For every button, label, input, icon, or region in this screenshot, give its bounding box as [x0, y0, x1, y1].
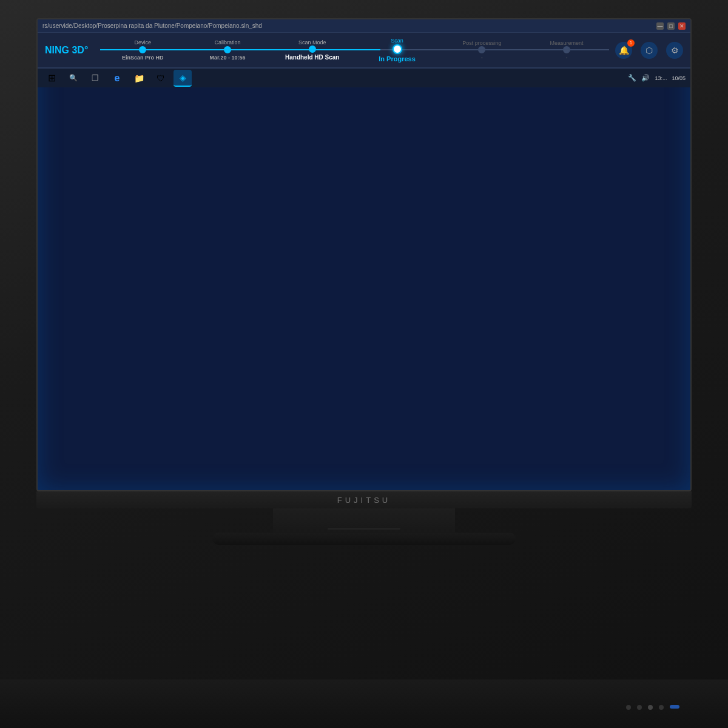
- nav-step-scan-mode[interactable]: Scan Mode Handheld HD Scan: [270, 39, 355, 61]
- nav-step-measurement-dot: [563, 46, 570, 53]
- nav-step-measurement-sublabel: -: [566, 55, 568, 60]
- nav-steps: Device EinScan Pro HD Calibration Mar.20…: [100, 38, 609, 62]
- nav-step-scan-label: Scan: [391, 38, 403, 44]
- taskbar-shield[interactable]: 🛡: [152, 70, 170, 87]
- led-4: [659, 705, 664, 710]
- taskbar-search[interactable]: 🔍: [64, 70, 83, 87]
- monitor-stand-base: [212, 533, 516, 545]
- nav-step-scanmode-label: Scan Mode: [298, 39, 326, 46]
- nav-step-calibration[interactable]: Calibration Mar.20 - 10:56: [185, 39, 270, 61]
- nav-step-calibration-label: Calibration: [214, 39, 240, 46]
- maximize-button[interactable]: □: [667, 22, 675, 30]
- nav-step-postprocessing-label: Post processing: [462, 40, 501, 47]
- table-surface: [0, 679, 728, 728]
- led-3: [648, 705, 653, 710]
- nav-step-scan[interactable]: Scan In Progress: [355, 38, 440, 62]
- screen: rs/uservide/Desktop/Proserpina rapita da…: [36, 18, 692, 491]
- nav-step-measurement[interactable]: Measurement -: [524, 40, 609, 61]
- nav-step-scan-dot: [393, 44, 402, 54]
- nav-step-measurement-label: Measurement: [550, 40, 584, 47]
- nav-step-device-dot: [139, 46, 146, 53]
- nav-step-scanmode-sublabel: Handheld HD Scan: [285, 54, 339, 61]
- tray-volume-icon: 🔊: [641, 74, 650, 82]
- monitor-stand-neck: [273, 508, 455, 533]
- nav-step-post-processing[interactable]: Post processing -: [439, 40, 524, 61]
- title-bar: rs/uservide/Desktop/Proserpina rapita da…: [38, 19, 690, 33]
- led-power: [670, 705, 679, 709]
- notification-badge: 1: [627, 39, 635, 47]
- taskbar-explorer[interactable]: 📁: [130, 70, 148, 87]
- taskbar-edge[interactable]: e: [108, 70, 126, 87]
- settings-icon[interactable]: ⚙: [666, 42, 683, 59]
- nav-step-device-sublabel: EinScan Pro HD: [122, 55, 164, 61]
- title-bar-path: rs/uservide/Desktop/Proserpina rapita da…: [42, 22, 656, 29]
- led-1: [626, 705, 631, 710]
- taskbar: ⊞ 🔍 ❐ e 📁 🛡 ◈ 🔧 🔊 13:... 10/05: [38, 68, 690, 87]
- header-icons: 🔔 1 ⬡ ⚙: [615, 42, 683, 59]
- nav-step-device[interactable]: Device EinScan Pro HD: [100, 39, 185, 61]
- taskbar-taskview[interactable]: ❐: [86, 70, 104, 87]
- nav-step-scan-sublabel: In Progress: [379, 55, 416, 62]
- app-logo: NING 3D°: [45, 45, 88, 56]
- nav-step-calibration-dot: [224, 46, 231, 53]
- nav-step-postprocessing-sublabel: -: [481, 55, 483, 60]
- monitor-frame: rs/uservide/Desktop/Proserpina rapita da…: [0, 0, 728, 728]
- monitor-stand-line: [328, 528, 400, 530]
- taskbar-scanner-app[interactable]: ◈: [174, 70, 192, 87]
- monitor-leds: [626, 705, 679, 710]
- nav-step-postprocessing-dot: [478, 46, 485, 53]
- tray-time: 13:...: [655, 75, 667, 81]
- nav-step-calibration-sublabel: Mar.20 - 10:56: [209, 55, 245, 61]
- notification-icon[interactable]: 🔔 1: [615, 42, 632, 59]
- app-header: NING 3D° Device EinScan Pro HD Calibrati…: [38, 33, 690, 68]
- tray-network-icon: 🔧: [628, 74, 636, 82]
- fujitsu-logo: FUJITSU: [337, 496, 391, 505]
- title-bar-controls: — □ ✕: [656, 22, 686, 30]
- taskbar-start-button[interactable]: ⊞: [42, 70, 61, 87]
- nav-step-device-label: Device: [134, 39, 151, 46]
- nav-step-scanmode-dot: [309, 46, 316, 53]
- close-button[interactable]: ✕: [678, 22, 686, 30]
- share-icon[interactable]: ⬡: [641, 42, 658, 59]
- led-2: [637, 705, 642, 710]
- minimize-button[interactable]: —: [656, 22, 664, 30]
- tray-date: 10/05: [672, 75, 686, 81]
- monitor-bottom: FUJITSU: [36, 491, 692, 508]
- taskbar-tray: 🔧 🔊 13:... 10/05: [628, 74, 686, 82]
